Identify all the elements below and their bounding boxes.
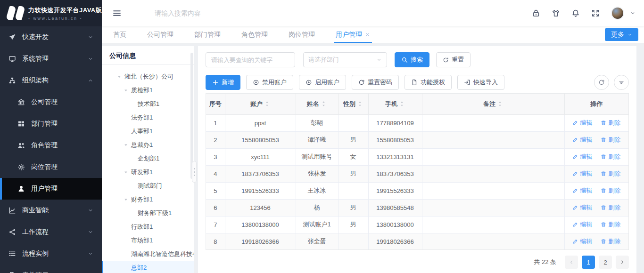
caret-down-icon[interactable] (124, 170, 130, 175)
page-button[interactable]: 1 (582, 256, 595, 269)
edit-link[interactable]: 编辑 (572, 237, 592, 246)
bell-icon[interactable] (571, 9, 580, 17)
tree-node[interactable]: 技术部1 (102, 97, 194, 111)
edit-link[interactable]: 编辑 (572, 119, 592, 127)
sidebar-item[interactable]: 公司管理 (0, 91, 102, 113)
sidebar-item[interactable]: 岗位管理 (0, 156, 102, 178)
sidebar-item[interactable]: 部门管理 (0, 113, 102, 135)
tab[interactable]: 角色管理 (241, 26, 268, 43)
tree-node[interactable]: 总裁办1 (102, 138, 194, 152)
tree-node[interactable]: 湖南湘北智造信息科技有限 (102, 247, 194, 261)
lock-icon[interactable] (532, 9, 540, 17)
sidebar-item[interactable]: 工作流程 (0, 221, 102, 243)
delete-link[interactable]: 删除 (601, 119, 620, 127)
edit-link[interactable]: 编辑 (572, 220, 592, 229)
tree-node[interactable]: 研发部1 (102, 165, 194, 179)
tree-node[interactable]: 测试部门 (102, 179, 194, 193)
tab[interactable]: 岗位管理 (289, 26, 315, 43)
tree-node[interactable]: 行政部1 (102, 220, 194, 233)
enable-account-button[interactable]: 启用账户 (299, 75, 346, 90)
table-row[interactable]: 6123456杨男13980585548编辑删除 (206, 199, 628, 216)
tree-scrollbar[interactable] (190, 53, 193, 179)
edit-link[interactable]: 编辑 (572, 136, 592, 144)
edit-link[interactable]: 编辑 (572, 203, 592, 212)
sort-icon[interactable] (497, 101, 503, 107)
function-auth-button[interactable]: 功能授权 (405, 75, 452, 90)
edit-link[interactable]: 编辑 (572, 186, 592, 195)
sidebar-item[interactable]: 商业智能 (0, 200, 102, 221)
sort-icon[interactable] (321, 101, 327, 107)
sidebar-item[interactable]: 表单演示 (0, 265, 102, 273)
sort-icon[interactable] (357, 101, 363, 107)
column-header[interactable]: 姓名 (296, 94, 338, 114)
delete-link[interactable]: 删除 (601, 153, 620, 161)
tree-node[interactable]: 财务部下级1 (102, 206, 194, 220)
caret-down-icon[interactable] (124, 143, 130, 147)
tree-node[interactable]: 质检部1 (102, 83, 194, 97)
search-button[interactable]: 搜索 (395, 52, 429, 67)
delete-link[interactable]: 删除 (601, 203, 620, 212)
delete-link[interactable]: 删除 (601, 136, 620, 144)
close-icon[interactable] (365, 32, 370, 37)
caret-down-icon[interactable] (124, 88, 130, 93)
prev-page-button[interactable] (565, 256, 578, 269)
tree-node[interactable]: 财务部1 (102, 193, 194, 206)
tree-node[interactable]: 总部2 (102, 261, 194, 273)
column-header[interactable]: 性别 (338, 94, 368, 114)
hamburger-icon[interactable] (112, 8, 122, 18)
sort-icon[interactable] (399, 101, 405, 107)
fullscreen-icon[interactable] (591, 9, 600, 17)
table-row[interactable]: 418373706353张林发男18373706353编辑删除 (206, 165, 628, 182)
table-row[interactable]: 713800138000测试账户1男13800138000编辑删除 (206, 216, 628, 233)
column-header[interactable]: 账户 (225, 94, 296, 114)
tab[interactable]: 用户管理 (336, 26, 370, 43)
tab[interactable]: 部门管理 (194, 26, 221, 43)
tree-node[interactable]: 市场部1 (102, 233, 194, 247)
table-row[interactable]: 3xyc111测试用账号女13321313131编辑删除 (206, 148, 628, 165)
sidebar-item[interactable]: 角色管理 (0, 135, 102, 156)
tab[interactable]: 首页 (113, 26, 126, 43)
panel-resize-handle[interactable] (192, 161, 197, 183)
reset-password-button[interactable]: 重置密码 (352, 75, 399, 90)
caret-down-icon[interactable] (117, 74, 124, 79)
sidebar-item[interactable]: 流程实例 (0, 243, 102, 265)
delete-link[interactable]: 删除 (601, 169, 620, 178)
sidebar-item[interactable]: 系统管理 (0, 48, 102, 70)
tree-node[interactable]: 法务部1 (102, 111, 194, 124)
table-row[interactable]: 819918026366张全蛋19918026366编辑删除 (206, 233, 628, 250)
sidebar-item[interactable]: 组织架构 (0, 70, 102, 91)
edit-link[interactable]: 编辑 (572, 153, 592, 161)
page-button[interactable]: 2 (599, 256, 612, 269)
refresh-grid-button[interactable] (594, 75, 609, 90)
quick-import-button[interactable]: 快速导入 (457, 75, 504, 90)
column-filter-button[interactable] (614, 75, 629, 90)
disable-account-button[interactable]: 禁用账户 (246, 75, 293, 90)
reset-button[interactable]: 重置 (436, 52, 471, 67)
table-row[interactable]: 1ppst彭翮17788904109编辑删除 (206, 114, 628, 131)
column-header[interactable]: 手机 (368, 94, 422, 114)
caret-down-icon[interactable] (124, 197, 130, 202)
tree-node[interactable]: 湘北（长沙）公司 (102, 70, 194, 83)
next-page-button[interactable] (616, 256, 629, 269)
more-button[interactable]: 更多 (605, 28, 638, 41)
global-search-input[interactable] (155, 9, 305, 17)
table-row[interactable]: 519915526333王冰冰19915526333编辑删除 (206, 182, 628, 199)
department-select[interactable]: 请选择部门 (303, 52, 387, 67)
chevron-down-icon[interactable] (630, 10, 636, 16)
tab[interactable]: 公司管理 (147, 26, 173, 43)
add-button[interactable]: 新增 (206, 75, 240, 90)
sidebar-item[interactable]: 用户管理 (0, 178, 102, 200)
tshirt-icon[interactable] (552, 9, 560, 17)
sidebar-item[interactable]: 快速开发 (0, 26, 102, 48)
delete-link[interactable]: 删除 (601, 186, 620, 195)
delete-link[interactable]: 删除 (601, 220, 620, 229)
avatar[interactable] (611, 7, 624, 20)
table-row[interactable]: 215580805053谭泽曦男15580805053编辑删除 (206, 131, 628, 148)
tree-node[interactable]: 人事部1 (102, 124, 194, 138)
tree-node[interactable]: 企划部1 (102, 152, 194, 165)
sort-icon[interactable] (264, 101, 270, 107)
keyword-input[interactable] (206, 52, 295, 67)
edit-link[interactable]: 编辑 (572, 169, 592, 178)
delete-link[interactable]: 删除 (601, 237, 620, 246)
column-header[interactable]: 备注 (422, 94, 564, 114)
